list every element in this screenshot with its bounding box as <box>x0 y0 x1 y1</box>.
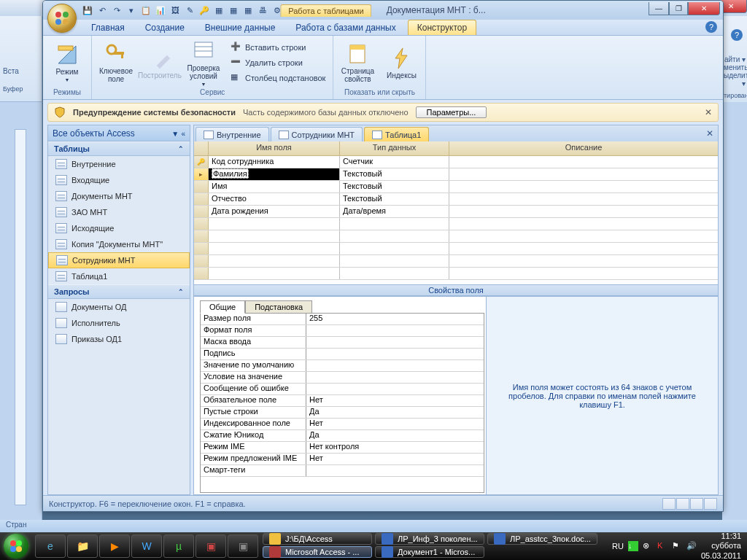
nav-item[interactable]: Входящие <box>48 172 190 188</box>
col-header-name[interactable]: Имя поля <box>209 141 340 155</box>
pinned-utorrent-icon[interactable]: µ <box>163 534 194 558</box>
field-row[interactable]: ▸ФамилияТекстовый <box>194 168 718 181</box>
qat-btn[interactable]: ▦ <box>241 4 255 17</box>
task-button[interactable]: ЛР_Инф_3 поколен... <box>375 533 484 545</box>
nav-group-header[interactable]: Таблицы⌃ <box>48 141 190 156</box>
indexes-button[interactable]: Индексы <box>382 39 421 87</box>
security-options-button[interactable]: Параметры... <box>416 106 487 118</box>
view-button[interactable]: Режим ▼ <box>47 39 87 87</box>
primary-key-button[interactable]: Ключевое поле <box>96 39 136 87</box>
tray-icon[interactable]: ↓ <box>628 541 638 551</box>
task-button[interactable]: Документ1 - Micros... <box>375 546 484 558</box>
field-row-empty[interactable] <box>194 243 718 255</box>
doc-tab[interactable]: Сотрудники МНТ <box>271 127 363 141</box>
pinned-ie-icon[interactable]: e <box>35 534 66 558</box>
property-row[interactable]: Сжатие ЮникодДа <box>201 430 484 442</box>
qat-btn[interactable]: ▦ <box>227 4 240 17</box>
close-tab-icon[interactable]: ✕ <box>706 128 713 139</box>
qat-btn[interactable]: ✎ <box>183 4 196 17</box>
doc-tab-active[interactable]: Таблица1 <box>364 127 429 141</box>
field-grid[interactable]: Имя поля Тип данных Описание 🔑Код сотруд… <box>194 141 718 284</box>
help-icon[interactable]: ? <box>731 29 743 41</box>
prop-tab-general[interactable]: Общие <box>200 300 245 314</box>
property-row[interactable]: Подпись <box>201 349 484 360</box>
language-indicator[interactable]: RU <box>612 542 624 551</box>
property-row[interactable]: Смарт-теги <box>201 465 484 477</box>
nav-item[interactable]: Исходящие <box>48 220 190 236</box>
dropdown-icon[interactable]: ▼ <box>171 130 179 138</box>
delete-rows-button[interactable]: ➖Удалить строки <box>228 55 328 70</box>
col-header-desc[interactable]: Описание <box>449 141 718 155</box>
property-row[interactable]: Обязательное полеНет <box>201 395 484 407</box>
nav-item[interactable]: Исполнитель <box>48 315 190 331</box>
field-row[interactable]: ИмяТекстовый <box>194 181 718 193</box>
task-button[interactable]: ЛР_asstcc_3пок.doc... <box>487 533 597 545</box>
insert-rows-button[interactable]: ➕Вставить строки <box>228 40 328 55</box>
property-row[interactable]: Значение по умолчанию <box>201 360 484 372</box>
start-button[interactable] <box>0 532 32 560</box>
clock[interactable]: 11:31 суббота 05.03.2011 <box>701 532 741 560</box>
nav-group-header[interactable]: Запросы⌃ <box>48 284 190 299</box>
nav-item[interactable]: Документы МНТ <box>48 188 190 204</box>
nav-item[interactable]: Копия "Документы МНТ" <box>48 236 190 252</box>
doc-tab[interactable]: Внутренние <box>196 127 269 141</box>
property-row[interactable]: Размер поля255 <box>201 314 484 325</box>
maximize-button[interactable]: ❐ <box>669 2 688 15</box>
pinned-explorer-icon[interactable]: 📁 <box>67 534 98 558</box>
prop-tab-lookup[interactable]: Подстановка <box>245 300 312 314</box>
qat-btn[interactable]: 🖼 <box>169 4 182 17</box>
property-sheet-button[interactable]: Страница свойств <box>338 39 377 87</box>
task-button[interactable]: J:\БД\Access <box>263 533 372 545</box>
nav-item[interactable]: Приказы ОД1 <box>48 331 190 347</box>
pinned-word-icon[interactable]: W <box>131 534 162 558</box>
property-row[interactable]: Режим IMEНет контроля <box>201 442 484 454</box>
titlebar[interactable]: 💾 ↶ ↷ ▾ 📋 📊 🖼 ✎ 🔑 ▦ ▦ ▦ 🖶 ⚙ ▾ Работа с т… <box>43 1 723 20</box>
help-icon[interactable]: ? <box>705 21 717 33</box>
close-icon[interactable]: ✕ <box>705 107 712 117</box>
tray-icon[interactable]: ⚑ <box>672 541 682 551</box>
minimize-button[interactable]: — <box>649 2 669 15</box>
tray-icon[interactable]: ⊗ <box>643 541 653 551</box>
pinned-app-icon[interactable]: ▣ <box>196 534 226 558</box>
tab-create[interactable]: Создание <box>136 20 193 35</box>
lookup-column-button[interactable]: ▦Столбец подстановок <box>228 71 328 85</box>
nav-item[interactable]: Таблица1 <box>48 268 190 284</box>
property-row[interactable]: Индексированное полеНет <box>201 419 484 430</box>
qat-btn[interactable]: 🔑 <box>198 4 211 17</box>
field-row[interactable]: 🔑Код сотруднникаСчетчик <box>194 156 718 168</box>
tab-external[interactable]: Внешние данные <box>196 20 285 35</box>
view-design-icon[interactable] <box>704 498 717 510</box>
field-row-empty[interactable] <box>194 218 718 230</box>
collapse-icon[interactable]: « <box>181 130 185 138</box>
tab-design[interactable]: Конструктор <box>408 20 476 35</box>
property-row[interactable]: Маска ввода <box>201 337 484 349</box>
undo-icon[interactable]: ↶ <box>96 4 109 17</box>
nav-item[interactable]: Сотрудники МНТ <box>48 252 190 268</box>
save-icon[interactable]: 💾 <box>81 4 94 17</box>
close-button[interactable]: ✕ <box>688 2 720 15</box>
nav-item[interactable]: Документы ОД <box>48 299 190 315</box>
property-row[interactable]: Режим предложений IMEНет <box>201 454 484 465</box>
volume-icon[interactable]: 🔊 <box>686 541 697 551</box>
tab-home[interactable]: Главная <box>82 20 133 35</box>
redo-icon[interactable]: ↷ <box>110 4 123 17</box>
field-row-empty[interactable] <box>194 268 718 280</box>
view-pivot-icon[interactable] <box>676 498 689 510</box>
qat-btn[interactable]: 📊 <box>154 4 167 17</box>
field-row[interactable]: ОтчествоТекстовый <box>194 193 718 206</box>
property-list[interactable]: Размер поля255Формат поляМаска вводаПодп… <box>200 313 484 493</box>
test-rules-button[interactable]: Проверка условий ▼ <box>184 39 223 87</box>
view-datasheet-icon[interactable] <box>662 498 676 510</box>
view-chart-icon[interactable] <box>690 498 703 510</box>
qat-btn[interactable]: 📋 <box>139 4 152 17</box>
tab-database[interactable]: Работа с базами данных <box>287 20 404 35</box>
col-header-type[interactable]: Тип данных <box>340 141 449 155</box>
property-row[interactable]: Пустые строкиДа <box>201 407 484 419</box>
field-row-empty[interactable] <box>194 230 718 243</box>
field-row[interactable]: Дата рожденияДата/время <box>194 206 718 218</box>
office-button[interactable] <box>47 4 77 33</box>
pinned-media-icon[interactable]: ▶ <box>99 534 130 558</box>
task-button-active[interactable]: Microsoft Access - ... <box>263 546 372 558</box>
nav-item[interactable]: ЗАО МНТ <box>48 204 190 220</box>
property-row[interactable]: Сообщение об ошибке <box>201 384 484 395</box>
